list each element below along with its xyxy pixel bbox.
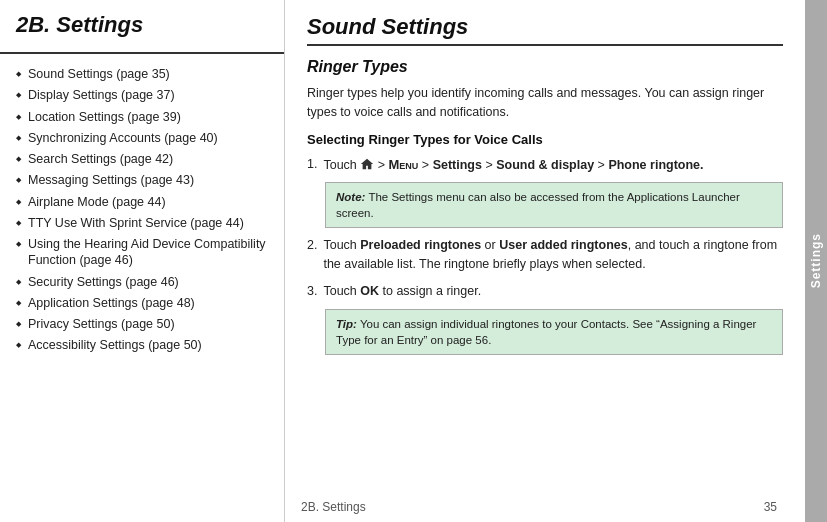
body-text: Ringer types help you identify incoming … xyxy=(307,84,783,122)
toc-item: Using the Hearing Aid Device Compatibili… xyxy=(16,236,272,269)
left-panel-title: 2B. Settings xyxy=(0,0,284,54)
toc-item: TTY Use With Sprint Service (page 44) xyxy=(16,215,272,231)
step-2: 2. Touch Preloaded ringtones or User add… xyxy=(307,236,783,274)
footer-left: 2B. Settings xyxy=(301,500,366,514)
toc-item: Security Settings (page 46) xyxy=(16,274,272,290)
note-text: The Settings menu can also be accessed f… xyxy=(336,191,740,219)
toc-item: Search Settings (page 42) xyxy=(16,151,272,167)
step-1-content: Touch > Menu > Settings > Sound & displa… xyxy=(323,155,783,175)
menu-label: Menu xyxy=(389,157,419,172)
footer-right: 35 xyxy=(764,500,777,514)
tip-label: Tip: xyxy=(336,318,357,330)
note-label: Note: xyxy=(336,191,365,203)
step-1: 1. Touch > Menu > Settings > Sound & dis… xyxy=(307,155,783,175)
main-content: Sound Settings Ringer Types Ringer types… xyxy=(285,0,805,522)
sub-subsection-title: Selecting Ringer Types for Voice Calls xyxy=(307,132,783,147)
note-box-item: Note: The Settings menu can also be acce… xyxy=(307,182,783,228)
toc-item: Messaging Settings (page 43) xyxy=(16,172,272,188)
toc-item: Application Settings (page 48) xyxy=(16,295,272,311)
toc-item: Airplane Mode (page 44) xyxy=(16,194,272,210)
step-3-num: 3. xyxy=(307,282,317,301)
step-3: 3. Touch OK to assign a ringer. xyxy=(307,282,783,301)
left-panel: 2B. Settings Sound Settings (page 35)Dis… xyxy=(0,0,285,522)
toc-item: Accessibility Settings (page 50) xyxy=(16,337,272,353)
toc-item: Display Settings (page 37) xyxy=(16,87,272,103)
subsection-title: Ringer Types xyxy=(307,58,783,76)
home-icon xyxy=(360,157,374,171)
step-1-num: 1. xyxy=(307,155,317,174)
step-list: 1. Touch > Menu > Settings > Sound & dis… xyxy=(307,155,783,355)
right-tab-label: Settings xyxy=(809,233,823,288)
tip-box: Tip: You can assign individual ringtones… xyxy=(325,309,783,355)
right-tab: Settings xyxy=(805,0,827,522)
step-2-num: 2. xyxy=(307,236,317,255)
step-2-content: Touch Preloaded ringtones or User added … xyxy=(323,236,783,274)
toc-item: Sound Settings (page 35) xyxy=(16,66,272,82)
note-box: Note: The Settings menu can also be acce… xyxy=(325,182,783,228)
tip-box-item: Tip: You can assign individual ringtones… xyxy=(307,309,783,355)
section-title: Sound Settings xyxy=(307,14,783,46)
step-3-content: Touch OK to assign a ringer. xyxy=(323,282,783,301)
toc-item: Synchronizing Accounts (page 40) xyxy=(16,130,272,146)
toc-item: Location Settings (page 39) xyxy=(16,109,272,125)
toc-item: Privacy Settings (page 50) xyxy=(16,316,272,332)
toc-list: Sound Settings (page 35)Display Settings… xyxy=(0,54,284,371)
tip-text: You can assign individual ringtones to y… xyxy=(336,318,756,346)
